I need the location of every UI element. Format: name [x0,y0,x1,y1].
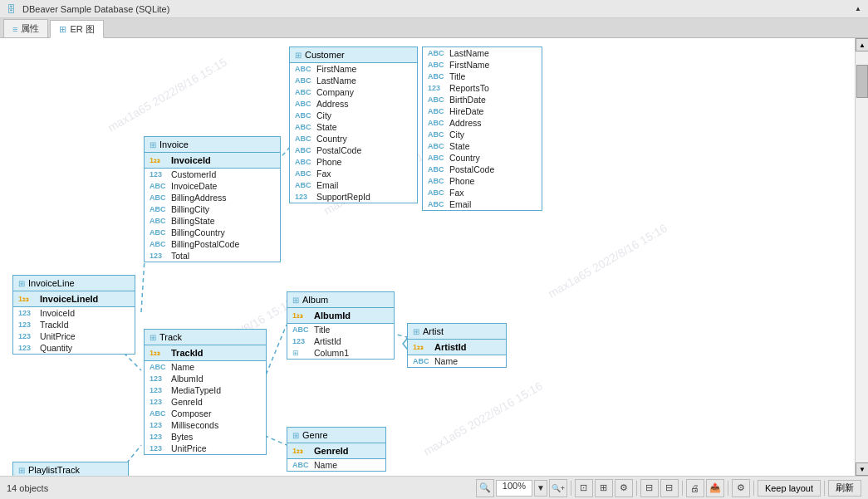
type-abc: ABC [428,61,446,69]
employee-field-firstname: ABC FirstName [423,59,542,71]
fit-button[interactable]: ⊡ [575,479,593,497]
employee-field-lastname: ABC LastName [423,47,542,59]
scroll-down-button[interactable]: ▼ [856,462,868,476]
entity-track: ⊞ Track 1₂₃ TrackId ABC Name 123 AlbumId… [144,329,267,455]
customer-field-phone: ABC Phone [290,156,417,168]
tab-er[interactable]: ⊞ ER 图 [50,20,103,38]
invoice-field-invoicedate: ABC InvoiceDate [145,180,280,192]
employee-field-postalcode: ABC PostalCode [423,164,542,175]
type-123: 123 [150,170,168,179]
separator-5 [753,481,754,496]
watermark-1: max1a65 2022/8/16 15:15 [105,55,229,134]
gear-icon: ⚙ [620,482,628,493]
invoice-table-icon: ⊞ [150,140,156,149]
customer-field-city: ABC City [290,110,417,121]
separator-1 [571,481,571,496]
playlisttrack-table-icon: ⊞ [18,466,25,475]
zoom-in-button[interactable]: 🔍+ [549,479,567,497]
type-123: 123 [150,386,168,394]
scrollbar-vertical[interactable]: ▲ ▼ [855,38,868,476]
type-key: 1₂₃ [413,343,431,351]
entity-genre: ⊞ Genre 1₂₃ GenreId ABC Name [287,427,386,472]
type-abc: ABC [295,65,313,73]
fit-icon: ⊡ [580,482,587,493]
properties-icon: ≡ [12,24,17,34]
type-abc: ABC [428,154,446,162]
customer-field-address: ABC Address [290,98,417,110]
separator-4 [728,481,728,496]
window-controls: ▲ [855,5,861,12]
watermark-3: max1a65 2022/8/16 15:16 [546,221,669,300]
zoom-out-icon: 🔍 [479,482,491,493]
invoiceline-header: ⊞ InvoiceLine [13,276,135,291]
layout-h-button[interactable]: ⊟ [640,479,659,497]
er-icon: ⊞ [59,24,66,35]
customer-field-lastname: ABC LastName [290,75,417,86]
type-abc: ABC [428,49,446,57]
type-key: 1₂₃ [18,295,37,303]
entity-invoiceline: ⊞ InvoiceLine 1₂₃ InvoiceLineId 123 Invo… [12,275,135,355]
er-canvas[interactable]: max1a65 2022/8/16 15:15 max1a65 2022/8/1… [0,38,855,476]
track-name: Track [159,332,182,342]
title-bar-left: 🗄 DBeaver Sample Database (SQLite) [7,4,169,14]
keep-layout-button[interactable]: Keep layout [758,480,821,497]
settings2-icon: ⚙ [737,482,745,493]
employee-field-state: ABC State [423,140,542,152]
zoom-arrow-button[interactable]: ▼ [534,480,547,497]
type-abc: ABC [150,205,168,213]
genre-field-name: ABC Name [287,459,385,471]
artist-pk: 1₂₃ ArtistId [408,340,506,355]
settings2-button[interactable]: ⚙ [732,479,750,497]
entity-artist: ⊞ Artist 1₂₃ ArtistId ABC Name [407,323,507,368]
employee-field-birthdate: ABC BirthDate [423,94,542,105]
refresh-button[interactable]: 刷新 [828,480,861,497]
zoom-out-button[interactable]: 🔍 [476,479,494,497]
artist-header: ⊞ Artist [408,324,506,340]
type-abc: ABC [295,88,313,96]
type-abc: ABC [150,409,168,418]
invoiceline-field-trackid: 123 TrackId [13,319,135,330]
track-field-composer: ABC Composer [145,408,266,419]
type-123: 123 [150,252,168,260]
entity-playlisttrack: ⊞ PlaylistTrack 1₂₃ PlaylistId 1₂₃ Track… [12,462,129,476]
type-abc: ABC [428,95,446,104]
genre-pk: 1₂₃ GenreId [287,443,385,459]
status-bar: 14 objects 🔍 100% ▼ 🔍+ ⊡ ⊞ ⚙ [0,476,868,499]
settings-button[interactable]: ⚙ [615,479,633,497]
layout-v-button[interactable]: ⊟ [660,479,679,497]
type-abc: ABC [428,130,446,139]
export-button[interactable]: 📤 [706,479,724,497]
invoiceline-field-unitprice: 123 UnitPrice [13,330,135,342]
type-abc: ABC [292,325,311,334]
print-button[interactable]: 🖨 [686,479,704,497]
employee-field-hiredate: ABC HireDate [423,105,542,117]
layout-v-icon: ⊟ [665,482,673,493]
type-abc: ABC [292,461,311,469]
employee-field-email: ABC Email [423,198,542,210]
tab-properties[interactable]: ≡ 属性 [3,19,48,37]
zoom-in-icon: 🔍+ [552,484,565,492]
type-abc: ABC [150,363,168,371]
employee-field-title: ABC Title [423,71,542,82]
track-pk: 1₂₃ TrackId [145,345,266,361]
scrollbar-thumb[interactable] [856,65,868,98]
type-abc: ABC [150,240,168,248]
zoom-level-input[interactable]: 100% [496,480,532,497]
customer-table-icon: ⊞ [295,51,302,60]
separator-3 [682,481,683,496]
employee-field-fax: ABC Fax [423,187,542,198]
type-abc: ABC [428,177,446,185]
type-abc: ABC [428,200,446,208]
type-123: 123 [18,332,37,340]
employee-field-phone: ABC Phone [423,175,542,187]
type-abc: ABC [150,217,168,225]
title-text: DBeaver Sample Database (SQLite) [22,4,169,14]
type-abc: ABC [295,169,313,178]
type-abc: ABC [295,123,313,131]
artist-table-icon: ⊞ [413,327,419,336]
scroll-up-button[interactable]: ▲ [856,38,868,51]
customer-field-company: ABC Company [290,86,417,98]
grid-button[interactable]: ⊞ [595,479,613,497]
artist-field-name: ABC Name [408,355,506,367]
invoiceline-name: InvoiceLine [28,278,75,288]
